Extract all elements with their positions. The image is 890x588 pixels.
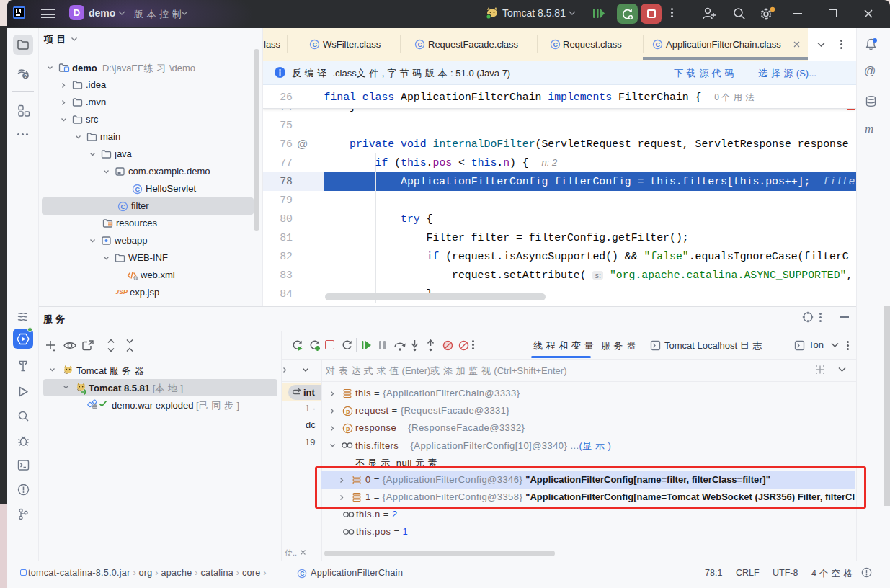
- svg-text:C: C: [656, 41, 661, 48]
- svg-text:p: p: [346, 425, 350, 432]
- svg-text:C: C: [553, 41, 559, 48]
- svg-text:C: C: [313, 41, 318, 48]
- svg-text:?: ?: [24, 73, 27, 79]
- svg-text:p: p: [346, 408, 350, 415]
- svg-text:C: C: [300, 570, 304, 577]
- svg-text:C: C: [121, 203, 126, 210]
- svg-text:C: C: [135, 186, 141, 193]
- svg-text:C: C: [418, 41, 423, 48]
